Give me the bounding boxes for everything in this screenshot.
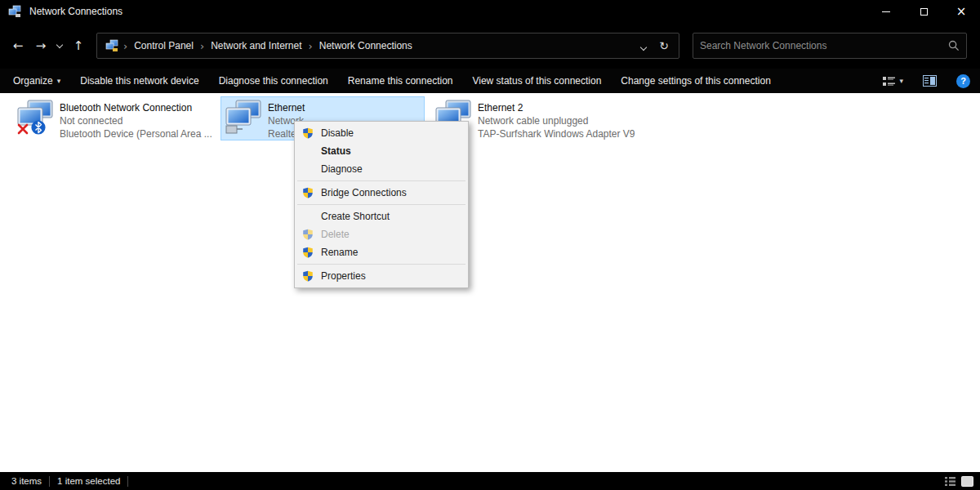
details-view-button[interactable] [944,476,956,487]
connection-name: Ethernet [268,101,305,114]
chevron-down-icon [640,44,647,51]
ethernet-connection-icon [225,100,262,136]
breadcrumb-chevron-icon[interactable]: › [122,40,129,52]
organize-button[interactable]: Organize ▾ [13,75,60,87]
menu-item-label: Rename [321,247,358,258]
large-icons-view-icon [961,476,973,487]
uac-shield-icon [297,267,318,285]
address-location-icon [105,39,118,52]
organize-label: Organize [13,75,53,87]
diagnose-connection-button[interactable]: Diagnose this connection [219,75,328,87]
connection-name: Ethernet 2 [478,101,635,114]
search-icon[interactable] [948,40,960,51]
network-connections-app-icon [8,5,21,18]
help-button[interactable]: ? [956,74,970,88]
breadcrumb-network-and-internet[interactable]: Network and Internet [206,40,306,51]
chevron-down-icon: ▾ [57,77,61,85]
large-icons-view-button[interactable] [961,476,973,487]
menu-separator [297,264,466,265]
bluetooth-connection-icon [16,100,54,136]
context-menu-item-rename[interactable]: Rename [295,243,468,261]
menu-item-label: Properties [321,270,366,282]
items-count: 3 items [11,476,42,486]
connection-item-bluetooth[interactable]: Bluetooth Network Connection Not connect… [13,97,216,143]
minimize-icon [882,11,890,12]
change-settings-button[interactable]: Change settings of this connection [621,75,770,87]
breadcrumb-control-panel[interactable]: Control Panel [129,40,198,51]
chevron-down-icon [56,41,63,47]
rename-connection-button[interactable]: Rename this connection [348,75,453,87]
uac-shield-icon [297,243,318,261]
disable-device-button[interactable]: Disable this network device [80,75,198,87]
breadcrumb-chevron-icon[interactable]: › [198,40,206,52]
title-bar: Network Connections × [0,0,980,23]
connection-status: Network cable unplugged [478,114,635,127]
chevron-down-icon: ▾ [899,77,903,85]
breadcrumb-chevron-icon[interactable]: › [307,40,314,52]
search-input[interactable] [700,40,943,51]
search-box[interactable] [693,33,967,59]
context-menu-item-bridge-connections[interactable]: Bridge Connections [295,184,468,202]
back-button[interactable]: ← [7,34,29,57]
recent-locations-dropdown-icon[interactable] [52,34,67,57]
context-menu: Disable Status Diagnose Bridge Connectio… [294,121,469,288]
details-view-icon [944,476,956,487]
context-menu-item-create-shortcut[interactable]: Create Shortcut [295,207,468,225]
context-menu-item-properties[interactable]: Properties [295,267,468,285]
preview-pane-button[interactable] [923,75,937,87]
minimize-button[interactable] [867,0,905,23]
menu-separator [297,204,466,205]
statusbar-divider [49,476,50,487]
connections-list: Bluetooth Network Connection Not connect… [0,93,980,472]
breadcrumb-network-connections[interactable]: Network Connections [314,40,417,51]
context-menu-item-status[interactable]: Status [295,142,468,160]
up-button[interactable]: ↑ [67,34,90,57]
window-title: Network Connections [29,6,122,17]
close-button[interactable]: × [942,0,980,23]
menu-item-label: Status [321,145,351,157]
preview-pane-icon [923,75,937,87]
menu-item-label: Delete [321,229,350,240]
connection-device: Bluetooth Device (Personal Area ... [60,127,212,140]
context-menu-item-disable[interactable]: Disable [295,124,468,142]
connection-name: Bluetooth Network Connection [60,101,212,114]
address-bar[interactable]: › Control Panel › Network and Internet ›… [96,33,679,59]
command-toolbar: Organize ▾ Disable this network device D… [0,69,980,93]
forward-button[interactable]: → [29,34,52,57]
maximize-button[interactable] [905,0,942,23]
address-dropdown-icon[interactable] [641,38,646,53]
uac-shield-icon [297,184,318,202]
menu-item-label: Disable [321,127,354,139]
menu-icon-gutter [297,142,318,160]
navigation-bar: ← → ↑ › Control Panel › Network and Inte… [0,23,980,69]
uac-shield-icon [297,225,318,243]
refresh-icon[interactable]: ↻ [659,39,669,52]
menu-item-label: Create Shortcut [321,211,390,222]
change-view-button[interactable]: ▾ [883,76,903,87]
selected-count: 1 item selected [57,476,120,486]
network-connections-window: Network Connections × ← → ↑ › Control Pa… [0,0,980,490]
statusbar-divider [127,476,128,487]
connection-device: TAP-Surfshark Windows Adapter V9 [478,127,635,140]
uac-shield-icon [297,124,318,142]
menu-icon-gutter [297,160,318,178]
menu-item-label: Bridge Connections [321,187,407,198]
context-menu-item-delete[interactable]: Delete [295,225,468,243]
maximize-icon [920,8,928,16]
status-bar: 3 items 1 item selected [0,472,980,490]
menu-item-label: Diagnose [321,163,363,175]
connection-status: Not connected [60,114,212,127]
menu-separator [297,180,466,181]
menu-icon-gutter [297,207,318,225]
view-mode-icon [883,76,895,87]
view-status-button[interactable]: View status of this connection [472,75,601,87]
context-menu-item-diagnose[interactable]: Diagnose [295,160,468,178]
